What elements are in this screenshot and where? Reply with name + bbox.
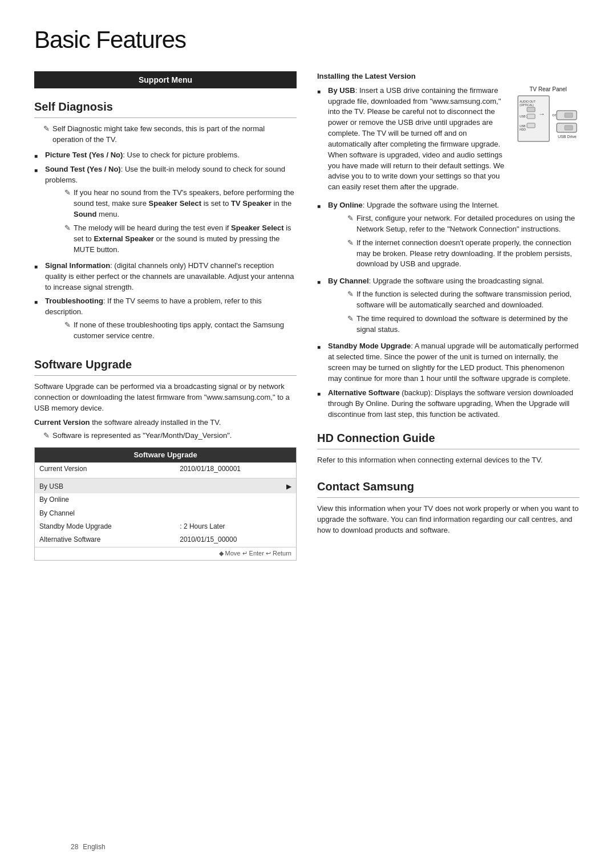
table-row[interactable]: Standby Mode Upgrade : 2 Hours Later <box>35 520 296 533</box>
standby-mode-value: : 2 Hours Later <box>175 520 296 533</box>
pencil-icon <box>43 124 50 135</box>
svg-rect-14 <box>565 125 573 130</box>
by-usb-arrow: ▶ <box>175 478 296 493</box>
table-row[interactable]: By USB ▶ <box>35 478 296 493</box>
list-item: By Online: Upgrade the software using th… <box>317 200 579 273</box>
list-item: If the internet connection doesn't opera… <box>338 238 579 270</box>
right-column: Installing the Latest Version By USB: In… <box>317 71 579 573</box>
installing-title: Installing the Latest Version <box>317 71 579 82</box>
self-diagnosis-list: Picture Test (Yes / No): Use to check fo… <box>34 150 297 344</box>
sw-table-header: Software Upgrade <box>35 448 296 463</box>
software-note: Software is represented as "Year/Month/D… <box>34 431 297 441</box>
svg-text:→: → <box>538 110 545 118</box>
hd-connection-title: HD Connection Guide <box>317 430 579 447</box>
list-item: Standby Mode Upgrade: A manual upgrade w… <box>317 341 579 384</box>
troubleshooting-notes: If none of these troubleshooting tips ap… <box>55 320 297 342</box>
picture-test-text: : Use to check for picture problems. <box>123 151 239 159</box>
by-usb-content: By USB: Insert a USB drive containing th… <box>317 86 511 196</box>
troubleshooting-label: Troubleshooting <box>45 297 103 305</box>
self-diagnosis-section: Self Diagnosis Self Diagnostic might tak… <box>34 99 297 344</box>
current-version-label: Current Version <box>35 462 175 478</box>
square-bullet-icon <box>317 388 325 399</box>
alt-software-label: Alternative Software <box>35 533 175 547</box>
svg-rect-3 <box>527 107 535 112</box>
support-menu-bar: Support Menu <box>34 71 297 88</box>
list-item: Alternative Software (backup): Displays … <box>317 388 579 420</box>
picture-test-label: Picture Test (Yes / No) <box>45 151 123 159</box>
sound-test-label: Sound Test (Yes / No) <box>45 165 121 173</box>
svg-text:(OPTICAL): (OPTICAL) <box>520 103 534 107</box>
self-diagnosis-title: Self Diagnosis <box>34 99 297 115</box>
standby-mode-label: Standby Mode Upgrade <box>35 520 175 533</box>
current-version-value: 2010/01/18_000001 <box>175 462 296 478</box>
square-bullet-icon <box>34 261 42 272</box>
by-online-notes: First, configure your network. For detai… <box>338 213 579 270</box>
svg-rect-5 <box>527 114 535 119</box>
by-online-label: By Online <box>35 493 175 506</box>
table-row[interactable]: Alternative Software 2010/01/15_00000 <box>35 533 296 547</box>
software-upgrade-table: Software Upgrade Current Version 2010/01… <box>34 447 297 561</box>
page-title: Basic Features <box>34 23 582 58</box>
list-item: Sound Test (Yes / No): Use the built-in … <box>34 164 297 258</box>
list-item: If you hear no sound from the TV's speak… <box>55 188 297 220</box>
square-bullet-icon <box>317 342 325 352</box>
by-channel-notes: If the function is selected during the s… <box>338 289 579 335</box>
pencil-icon <box>347 238 354 249</box>
list-item: By Channel: Upgrade the software using t… <box>317 276 579 338</box>
left-column: Support Menu Self Diagnosis Self Diagnos… <box>34 71 297 573</box>
tv-diagram-area: TV Rear Panel AUDIO OUT (OPTICAL) USB 2⬆ <box>517 86 579 149</box>
pencil-icon <box>347 289 354 300</box>
pencil-icon <box>347 314 354 324</box>
square-bullet-icon <box>317 277 325 287</box>
software-upgrade-section: Software Upgrade Software Upgrade can be… <box>34 356 297 560</box>
pencil-icon <box>43 431 50 441</box>
page-language-label: English <box>83 843 105 851</box>
table-row[interactable]: By Online <box>35 493 296 506</box>
pencil-icon <box>64 320 71 331</box>
tv-rear-panel-svg: AUDIO OUT (OPTICAL) USB 2⬆ USB 1⬆ HDD <box>517 95 579 146</box>
table-row[interactable]: By Channel <box>35 507 296 520</box>
svg-text:or: or <box>552 112 556 117</box>
list-item: Signal Information: (digital channels on… <box>34 261 297 293</box>
alt-software-value: 2010/01/15_00000 <box>175 533 296 547</box>
list-item: If the function is selected during the s… <box>338 289 579 311</box>
alt-software-list: Alternative Software (backup): Displays … <box>317 388 579 420</box>
standby-mode-list: Standby Mode Upgrade: A manual upgrade w… <box>317 341 579 384</box>
list-item: By USB: Insert a USB drive containing th… <box>317 86 511 193</box>
current-version-text: Current Version the software already ins… <box>34 417 297 428</box>
alt-software-label: Alternative Software <box>328 388 400 397</box>
by-channel-label: By Channel <box>35 507 175 520</box>
list-item: First, configure your network. For detai… <box>338 213 579 235</box>
square-bullet-icon <box>34 165 42 176</box>
by-channel-label: By Channel <box>328 277 369 285</box>
square-bullet-icon <box>34 151 42 161</box>
software-upgrade-intro: Software Upgrade can be performed via a … <box>34 382 297 414</box>
square-bullet-icon <box>317 201 325 212</box>
svg-rect-12 <box>565 113 573 117</box>
pencil-icon <box>347 213 354 224</box>
software-upgrade-title: Software Upgrade <box>34 356 297 373</box>
signal-info-label: Signal Information <box>45 261 110 270</box>
by-usb-label: By USB <box>35 478 175 493</box>
pencil-icon <box>64 188 71 198</box>
pencil-icon <box>64 223 71 234</box>
page-number: 28 <box>71 843 78 851</box>
svg-text:USB Drive: USB Drive <box>558 135 577 139</box>
sound-test-notes: If you hear no sound from the TV's speak… <box>55 188 297 255</box>
contact-samsung-title: Contact Samsung <box>317 478 579 495</box>
by-channel-list: By Channel: Upgrade the software using t… <box>317 276 579 338</box>
standby-mode-label: Standby Mode Upgrade <box>328 342 411 350</box>
self-diagnosis-intro: Self Diagnostic might take few seconds, … <box>34 124 297 145</box>
list-item: The time required to download the softwa… <box>338 314 579 335</box>
page-number-area: 28 English <box>68 841 106 852</box>
list-item: If none of these troubleshooting tips ap… <box>55 320 297 342</box>
table-row: Current Version 2010/01/18_000001 <box>35 462 296 478</box>
square-bullet-icon <box>34 297 42 307</box>
svg-rect-8 <box>527 123 535 128</box>
table-footer-row: ◆ Move ↵ Enter ↩ Return <box>35 547 296 559</box>
tv-rear-panel-label: TV Rear Panel <box>517 86 579 94</box>
list-item: Troubleshooting: If the TV seems to have… <box>34 296 297 344</box>
list-item: Picture Test (Yes / No): Use to check fo… <box>34 150 297 161</box>
by-online-label: By Online <box>328 201 363 209</box>
hd-connection-section: HD Connection Guide Refer to this inform… <box>317 430 579 466</box>
